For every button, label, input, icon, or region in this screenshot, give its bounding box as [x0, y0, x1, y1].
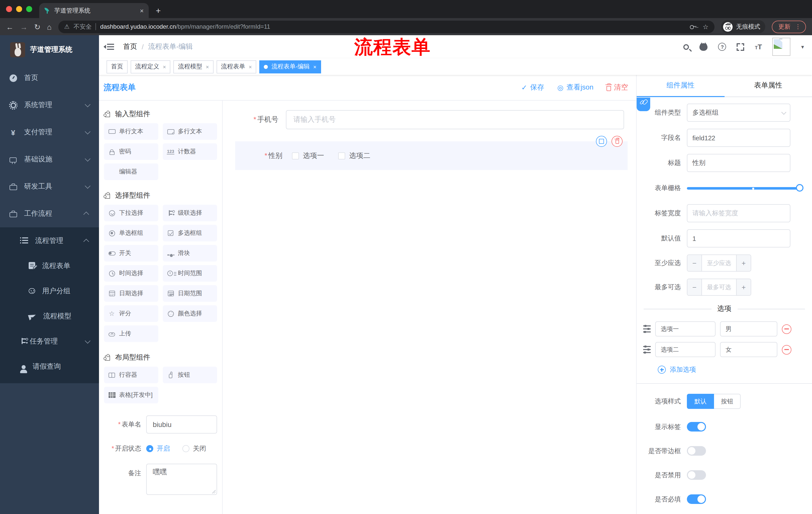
- component-card-password[interactable]: 密码: [104, 143, 158, 160]
- sidebar-item-devtools[interactable]: 研发工具: [0, 173, 99, 200]
- gender-option2-checkbox[interactable]: [338, 152, 345, 159]
- component-card-slider[interactable]: 滑块: [163, 245, 217, 262]
- sidebar-item-task-mgmt[interactable]: 任务管理: [0, 329, 99, 354]
- status-off-label[interactable]: 关闭: [193, 444, 206, 453]
- title-input[interactable]: 性别: [687, 154, 790, 172]
- tab-close-icon[interactable]: ×: [140, 7, 144, 14]
- border-toggle[interactable]: [687, 446, 706, 456]
- window-controls[interactable]: [0, 0, 39, 18]
- sidebar-item-home[interactable]: 首页: [0, 64, 99, 91]
- component-type-select[interactable]: 多选框组: [687, 104, 790, 122]
- avatar-caret-icon[interactable]: ▾: [801, 44, 804, 50]
- label-width-input[interactable]: 请输入标签宽度: [687, 204, 790, 222]
- browser-menu-icon[interactable]: ⋮: [795, 23, 801, 30]
- copy-component-button[interactable]: [596, 136, 607, 147]
- tab-component-props[interactable]: 组件属性: [637, 75, 724, 97]
- min-select-stepper[interactable]: −至少应选+: [687, 254, 751, 272]
- sidebar-item-leave-query[interactable]: 请假查询: [0, 354, 99, 379]
- sidebar-item-system[interactable]: 系统管理: [0, 91, 99, 119]
- avatar[interactable]: [773, 38, 791, 56]
- option1-label-input[interactable]: 选项一: [655, 321, 716, 336]
- close-icon[interactable]: ×: [206, 64, 209, 70]
- max-select-stepper[interactable]: −最多可选+: [687, 279, 751, 296]
- default-value-input[interactable]: 1: [687, 229, 790, 247]
- address-bar[interactable]: ⚠ 不安全 dashboard.yudao.iocoder.cn/bpm/man…: [58, 20, 715, 33]
- clear-button[interactable]: 清空: [607, 83, 628, 92]
- add-option-button[interactable]: 添加选项: [658, 365, 812, 374]
- minus-button[interactable]: −: [687, 255, 701, 271]
- delete-component-button[interactable]: [611, 136, 622, 147]
- status-off-radio[interactable]: [182, 445, 190, 452]
- gender-option2-label[interactable]: 选项二: [349, 151, 370, 160]
- component-card-button[interactable]: 按钮: [163, 367, 217, 383]
- component-card-color[interactable]: 颜色选择: [163, 305, 217, 322]
- fullscreen-icon[interactable]: [737, 43, 745, 51]
- status-on-radio[interactable]: [146, 445, 153, 452]
- canvas-field-phone[interactable]: *手机号 请输入手机号: [223, 110, 636, 129]
- sidebar-item-payment[interactable]: ¥支付管理: [0, 119, 99, 146]
- sidebar-fold-icon[interactable]: [107, 46, 114, 47]
- zoom-window-button[interactable]: [26, 6, 32, 12]
- bookmark-star-icon[interactable]: ☆: [703, 23, 708, 30]
- plus-button[interactable]: +: [736, 279, 751, 295]
- component-card-editor[interactable]: 编辑器: [104, 163, 158, 180]
- component-card-select[interactable]: 下拉选择: [104, 205, 158, 221]
- disabled-toggle[interactable]: [687, 470, 706, 480]
- component-card-textarea[interactable]: 多行文本: [163, 123, 217, 140]
- sidebar-item-process-model[interactable]: 流程模型: [0, 304, 99, 329]
- sidebar-item-workflow[interactable]: 工作流程: [0, 200, 99, 227]
- component-card-upload[interactable]: 上传: [104, 325, 158, 342]
- help-icon[interactable]: ?: [718, 43, 726, 51]
- view-json-button[interactable]: ◎查看json: [557, 83, 593, 92]
- tag-process-model[interactable]: 流程模型×: [174, 60, 213, 73]
- component-card-time-range[interactable]: 时间范围: [163, 265, 217, 282]
- gender-option1-checkbox[interactable]: [292, 152, 299, 159]
- link-badge[interactable]: [637, 98, 650, 111]
- option1-value-input[interactable]: 男: [720, 321, 777, 336]
- home-icon[interactable]: ⌂: [47, 23, 52, 30]
- new-tab-button[interactable]: +: [156, 6, 161, 16]
- component-card-counter[interactable]: 123计数器: [163, 143, 217, 160]
- browser-tab[interactable]: 芋道管理系统 ×: [39, 3, 149, 18]
- update-button[interactable]: 更新 ⋮: [772, 20, 806, 33]
- component-card-cascader[interactable]: 级联选择: [163, 205, 217, 221]
- slider-handle[interactable]: [796, 184, 804, 192]
- component-card-rate[interactable]: ☆评分: [104, 305, 158, 322]
- component-card-text-input[interactable]: 单行文本: [104, 123, 158, 140]
- save-button[interactable]: ✓保存: [521, 83, 544, 92]
- back-icon[interactable]: ←: [6, 23, 13, 30]
- tab-form-props[interactable]: 表单属性: [724, 75, 812, 97]
- component-card-row-container[interactable]: 行容器: [104, 367, 158, 383]
- field-name-input[interactable]: field122: [687, 129, 790, 147]
- minus-button[interactable]: −: [687, 279, 701, 295]
- canvas-field-gender-selected[interactable]: *性别 选项一 选项二: [235, 141, 628, 170]
- form-name-input[interactable]: biubiu: [146, 415, 217, 434]
- reload-icon[interactable]: ↻: [34, 23, 40, 30]
- show-label-toggle[interactable]: [687, 422, 706, 432]
- component-card-switch[interactable]: 开关: [104, 245, 158, 262]
- github-icon[interactable]: [700, 43, 708, 51]
- breadcrumb-home[interactable]: 首页: [123, 42, 137, 51]
- password-key-icon[interactable]: [690, 23, 697, 30]
- remark-textarea[interactable]: 嘿嘿: [146, 464, 217, 495]
- tag-process-definition[interactable]: 流程定义×: [130, 60, 171, 73]
- tag-process-form-edit[interactable]: 流程表单-编辑×: [260, 60, 321, 73]
- component-card-date[interactable]: 日期选择: [104, 285, 158, 302]
- drag-handle-icon[interactable]: [643, 349, 651, 350]
- gender-option1-label[interactable]: 选项一: [303, 151, 324, 160]
- close-window-button[interactable]: [6, 6, 12, 12]
- sidebar-item-process-mgmt[interactable]: 流程管理: [0, 228, 99, 253]
- plus-button[interactable]: +: [736, 255, 751, 271]
- remove-option-icon[interactable]: [782, 345, 791, 354]
- close-icon[interactable]: ×: [249, 64, 252, 70]
- sidebar-item-infra[interactable]: 基础设施: [0, 146, 99, 173]
- drag-handle-icon[interactable]: [643, 328, 651, 329]
- component-card-checkbox-group[interactable]: 多选框组: [163, 225, 217, 241]
- close-icon[interactable]: ×: [163, 64, 166, 70]
- minimize-window-button[interactable]: [16, 6, 22, 12]
- option2-value-input[interactable]: 女: [720, 342, 777, 357]
- status-on-label[interactable]: 开启: [157, 444, 170, 453]
- remove-option-icon[interactable]: [782, 324, 791, 334]
- sidebar-item-process-form[interactable]: 流程表单: [0, 253, 99, 279]
- component-card-time[interactable]: 时间选择: [104, 265, 158, 282]
